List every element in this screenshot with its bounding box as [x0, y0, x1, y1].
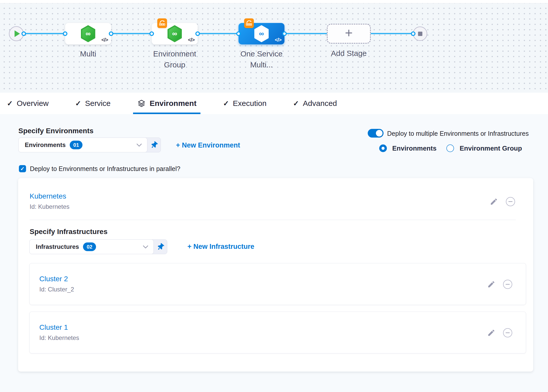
stage-label-environment-group: Environment Group	[149, 48, 200, 70]
multi-env-toggle[interactable]	[368, 129, 384, 138]
infrastructure-name-link[interactable]: Cluster 1	[39, 323, 68, 332]
play-icon	[15, 30, 20, 37]
stage-label-multi: Multi	[63, 48, 114, 59]
minus-circle-icon	[503, 328, 512, 337]
pipeline-stage-editor: ∞ </> ∞ </>	[0, 0, 548, 392]
add-stage-label: Add Stage	[323, 48, 374, 59]
tab-label: Overview	[17, 99, 49, 108]
check-icon: ✓	[7, 99, 13, 108]
remove-environment-button[interactable]	[506, 197, 515, 206]
code-icon: </>	[275, 37, 281, 43]
code-icon: </>	[101, 37, 108, 43]
pin-button[interactable]	[147, 138, 161, 152]
port-stage3-out	[282, 31, 287, 36]
stage-card-multi[interactable]: ∞ </>	[65, 23, 111, 44]
tab-overview[interactable]: ✓ Overview	[7, 93, 49, 114]
environment-card: Kubernetes Id: Kubernetes Specify Infras…	[18, 178, 533, 372]
infrastructure-card: Cluster 2 Id: Cluster_2	[29, 263, 526, 305]
environments-dropdown[interactable]: Environments 01	[18, 138, 147, 152]
radio-environments[interactable]	[379, 144, 387, 152]
svg-text:∞: ∞	[259, 30, 264, 38]
port-stage3-in	[236, 31, 241, 36]
pin-button[interactable]	[154, 240, 167, 254]
environment-name-link[interactable]: Kubernetes	[30, 192, 66, 200]
infrastructure-name-link[interactable]: Cluster 2	[39, 275, 68, 283]
port-stage2-in	[149, 31, 154, 36]
check-icon: ✓	[20, 166, 25, 172]
stage-label-one-service-multi: One Service Multi...	[235, 48, 288, 70]
environments-dropdown-value: Environments	[25, 141, 66, 149]
parallel-checkbox-label: Deploy to Environments or Infrastructure…	[30, 165, 180, 173]
svg-text:∞: ∞	[86, 30, 90, 38]
plus-icon: +	[345, 26, 353, 40]
environment-id-text: Id: Kubernetes	[30, 203, 69, 210]
tab-label: Service	[85, 99, 111, 108]
cd-stage-icon: ∞	[253, 25, 270, 43]
top-strip	[0, 0, 548, 3]
edit-environment-button[interactable]	[490, 198, 498, 206]
stop-icon	[418, 32, 422, 36]
radio-environments-label: Environments	[392, 144, 436, 152]
minus-circle-icon	[506, 197, 515, 206]
parallel-checkbox[interactable]: ✓	[19, 165, 26, 172]
pipeline-canvas[interactable]: ∞ </> ∞ </>	[0, 3, 548, 93]
port-stage1-in	[63, 31, 67, 36]
environment-tab-content: Specify Environments Environments 01 + N…	[0, 114, 548, 392]
edit-infrastructure-button[interactable]	[487, 329, 495, 337]
chevron-down-icon	[136, 143, 142, 147]
tab-environment[interactable]: Environment	[137, 93, 196, 114]
radio-environment-group-label: Environment Group	[460, 144, 522, 152]
infrastructure-id-text: Id: Kubernetes	[39, 334, 79, 341]
tab-label: Environment	[150, 99, 196, 108]
infrastructures-count-badge: 02	[83, 242, 96, 251]
infrastructures-dropdown[interactable]: Infrastructures 02	[29, 239, 154, 254]
add-stage-button[interactable]: +	[327, 24, 371, 44]
remove-infrastructure-button[interactable]	[503, 328, 512, 337]
new-infrastructure-link[interactable]: + New Infrastructure	[187, 243, 254, 251]
infrastructure-card: Cluster 1 Id: Kubernetes	[29, 312, 526, 353]
tab-label: Execution	[233, 99, 267, 108]
multi-deploy-badge-icon	[244, 18, 254, 28]
tab-execution[interactable]: ✓ Execution	[223, 93, 266, 114]
remove-infrastructure-button[interactable]	[503, 280, 512, 289]
multi-env-toggle-label: Deploy to multiple Environments or Infra…	[387, 130, 529, 137]
toggle-knob	[376, 130, 383, 137]
edit-infrastructure-button[interactable]	[487, 280, 495, 288]
check-icon: ✓	[293, 99, 299, 108]
tab-label: Advanced	[303, 99, 337, 108]
cd-stage-icon: ∞	[80, 25, 96, 43]
infrastructures-dropdown-group: Infrastructures 02	[29, 239, 167, 254]
code-icon: </>	[188, 37, 195, 43]
port-stage2-out	[195, 31, 200, 36]
specify-environments-heading: Specify Environments	[18, 127, 93, 135]
check-icon: ✓	[75, 99, 81, 108]
check-icon: ✓	[223, 99, 229, 108]
environments-count-badge: 01	[70, 141, 82, 149]
multi-deploy-badge-icon	[157, 18, 167, 28]
new-environment-link[interactable]: + New Environment	[176, 141, 240, 149]
tab-advanced[interactable]: ✓ Advanced	[293, 93, 337, 114]
infrastructures-dropdown-value: Infrastructures	[36, 243, 79, 250]
port-stage1-out	[109, 31, 113, 36]
tab-service[interactable]: ✓ Service	[75, 93, 111, 114]
port-end-in	[411, 31, 415, 36]
svg-text:∞: ∞	[172, 30, 177, 38]
radio-environment-group[interactable]	[446, 144, 454, 152]
cd-stage-icon: ∞	[166, 25, 183, 43]
infrastructure-id-text: Id: Cluster_2	[39, 286, 74, 293]
minus-circle-icon	[503, 280, 512, 289]
environment-layers-icon	[137, 99, 146, 108]
chevron-down-icon	[143, 245, 148, 249]
environments-dropdown-group: Environments 01	[18, 138, 161, 152]
specify-infrastructures-heading: Specify Infrastructures	[30, 228, 108, 236]
divider	[30, 220, 516, 220]
port-start-out	[21, 31, 26, 36]
stage-tabbar: ✓ Overview ✓ Service Environment ✓ Execu…	[0, 93, 548, 114]
